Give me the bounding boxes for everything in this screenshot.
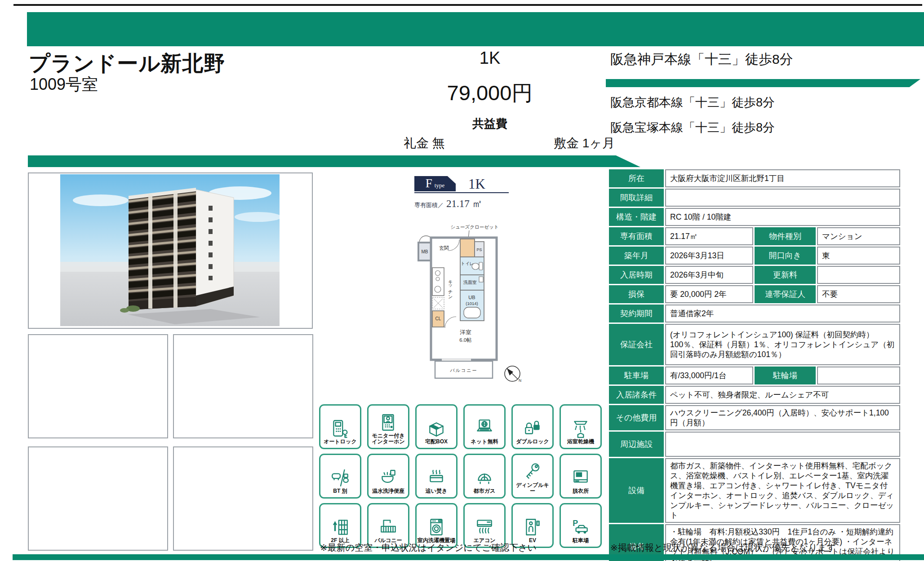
amenity-double-lock: ダブルロック — [511, 404, 554, 449]
amenity-bath-dryer: 浴室乾燥機 — [560, 404, 602, 449]
header-green-band — [27, 12, 924, 46]
section-divider-strip — [28, 155, 640, 167]
access-line-3: 阪急宝塚本線「十三」徒歩8分 — [610, 119, 775, 136]
row-value: 大阪府大阪市淀川区新北野1丁目 — [665, 169, 900, 187]
autolock-icon — [330, 418, 351, 439]
deposit: 敷金 1ヶ月 — [554, 135, 615, 152]
access-line-main: 阪急神戸本線「十三」徒歩8分 — [610, 50, 793, 69]
amenity-free-internet: ネット無料 — [463, 404, 506, 449]
city-gas-icon — [474, 468, 495, 488]
table-row-move-in: 入居時期 2026年3月中旬 更新料 — [609, 266, 900, 284]
double-lock-icon — [522, 418, 543, 439]
table-row-contract: 契約期間 普通借家2年 — [609, 305, 900, 322]
north-label: N — [519, 378, 521, 383]
row-value: 2026年3月中旬 — [665, 266, 753, 284]
ub-label: UB — [468, 295, 475, 300]
shoes-closet-label: シューズクローゼット — [451, 224, 499, 230]
monitor-intercom-icon — [378, 412, 399, 433]
row-value-2: 不要 — [817, 285, 900, 303]
row-label: 所在 — [609, 169, 664, 187]
dressing-room-icon — [570, 468, 591, 488]
parking-icon: P — [570, 517, 591, 538]
table-row-conditions: 入居諸条件 ペット不可、独身者限定、ルームシェア不可 — [609, 386, 900, 404]
row-value: 要 20,000円 2年 — [665, 285, 753, 303]
row-label: 入居時期 — [609, 266, 664, 284]
table-row-location: 所在 大阪府大阪市淀川区新北野1丁目 — [609, 169, 900, 187]
row-label: その他費用 — [609, 405, 664, 430]
ps-label: PS — [476, 247, 482, 252]
area-label: 専有面積／ — [414, 201, 444, 209]
common-fee-label: 共益費 — [440, 116, 539, 132]
type-word: type — [435, 180, 444, 191]
row-value — [665, 432, 900, 457]
row-label: 契約期間 — [609, 305, 664, 322]
table-row-layout-detail: 間取詳細 — [609, 189, 900, 207]
top-rule — [13, 4, 922, 6]
cl-label: CL — [435, 316, 441, 321]
row-value-2: 東 — [817, 247, 900, 265]
row-label-2: 駐輪場 — [755, 367, 816, 384]
room-number: 1009号室 — [30, 74, 98, 96]
row-label: 入居諸条件 — [609, 386, 664, 404]
layout-type: 1K — [440, 49, 539, 68]
footer-note-right: ※掲載情報と現状が異なる場合は現状が優先となります — [610, 542, 836, 554]
amenity-reheating-bath: 追い焚き — [415, 454, 458, 499]
row-label: 設備 — [609, 458, 664, 523]
table-row-parking: 駐車場 有/33,000円/1台 駐輪場 — [609, 367, 900, 384]
photo-placeholder-4 — [173, 446, 313, 551]
row-value-2: マンション — [817, 227, 900, 245]
access-line-2: 阪急京都本線「十三」徒歩8分 — [610, 94, 775, 110]
row-value: 21.17㎡ — [665, 227, 753, 245]
row-value: 都市ガス、新築物件、インターネット使用料無料、宅配ボックス、浴室乾燥機、バストイ… — [665, 458, 900, 523]
reheating-bath-icon — [426, 468, 447, 488]
row-label: 駐車場 — [609, 367, 664, 384]
row-label-2: 更新料 — [755, 266, 816, 284]
rent-amount: 79,000円 — [418, 79, 562, 107]
internet-icon — [474, 418, 495, 439]
mb-label: MB — [422, 249, 428, 254]
elevator-icon — [522, 517, 543, 538]
table-row-equipment: 設備 都市ガス、新築物件、インターネット使用料無料、宅配ボックス、浴室乾燥機、バ… — [609, 458, 900, 523]
second-floor-icon — [330, 517, 351, 538]
type-letter: F — [426, 176, 432, 190]
genkan-label: 玄関 — [439, 245, 449, 251]
ub-size-label: (1014) — [466, 301, 478, 306]
row-value — [665, 189, 900, 207]
washlet-icon — [378, 468, 399, 488]
amenity-grid: オートロック モニター付きインターホン 宅配BOX ネット無料 ダブルロック — [319, 404, 607, 548]
photo-placeholder-3 — [28, 446, 168, 551]
row-label: 専有面積 — [609, 227, 664, 245]
row-value: ペット不可、独身者限定、ルームシェア不可 — [665, 386, 900, 404]
row-value: RC 10階 / 10階建 — [665, 208, 900, 226]
room-size-label: 6.0帖 — [459, 337, 472, 343]
amenity-2f-or-above: 2F 以上 — [319, 503, 361, 548]
amenity-aircon: エアコン — [463, 503, 506, 548]
table-row-other-fees: その他費用 ハウスクリーニング26,400円（入居時）、安心サポート1,100円… — [609, 405, 900, 430]
row-value: (オリコフォレントインシュア100) 保証料（初回契約時）100％、保証料（月額… — [665, 324, 900, 365]
main-photo-frame — [28, 172, 313, 329]
row-label: 間取詳細 — [609, 189, 664, 207]
photo-placeholder-2 — [173, 334, 313, 438]
table-row-insurance: 損保 要 20,000円 2年 連帯保証人 不要 — [609, 285, 900, 303]
bath-toilet-separate-icon — [330, 468, 351, 488]
table-row-guarantor-company: 保証会社 (オリコフォレントインシュア100) 保証料（初回契約時）100％、保… — [609, 324, 900, 365]
row-label: 保証会社 — [609, 324, 664, 365]
area-value: 21.17 ㎡ — [446, 197, 483, 211]
row-label: 損保 — [609, 285, 664, 303]
photo-placeholder-1 — [28, 334, 168, 438]
room-label: 洋室 — [460, 329, 472, 336]
amenity-elevator: EV — [511, 503, 554, 548]
amenity-parking: P 駐車場 — [560, 503, 602, 548]
floorplan-drawing: シューズクローゼット MB 玄関 PS トイレ 洗面室 UB (1014) キッ… — [417, 224, 529, 391]
table-row-structure: 構造・階建 RC 10階 / 10階建 — [609, 208, 900, 226]
amenity-delivery-box: 宅配BOX — [415, 404, 458, 449]
washing-machine-icon — [426, 517, 447, 538]
amenity-autolock: オートロック — [319, 404, 361, 449]
row-label: 構造・階建 — [609, 208, 664, 226]
row-value: 普通借家2年 — [665, 305, 900, 322]
amenity-dimple-key: ディンプルキー — [511, 454, 554, 499]
amenity-indoor-laundry: 室内洗濯機置場 — [415, 503, 458, 548]
floorplan-layout: 1K — [468, 177, 485, 191]
dimple-key-icon — [522, 462, 543, 482]
key-money: 礼金 無 — [404, 135, 445, 152]
